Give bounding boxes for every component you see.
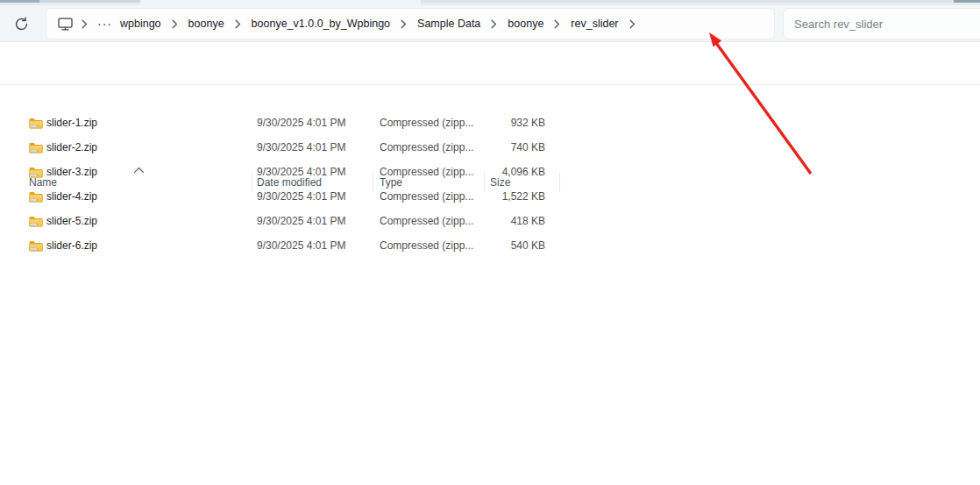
zip-folder-icon <box>29 184 43 209</box>
file-type: Compressed (zipp... <box>380 160 473 184</box>
search-input[interactable] <box>784 9 980 39</box>
refresh-button[interactable] <box>7 11 35 37</box>
file-name: slider-4.zip <box>46 184 97 209</box>
search-box[interactable] <box>783 8 980 39</box>
file-size: 740 KB <box>473 135 545 160</box>
chevron-right-icon[interactable] <box>235 19 241 29</box>
breadcrumb-item-rev-slider[interactable]: rev_slider <box>566 15 622 32</box>
zip-folder-icon <box>29 111 43 135</box>
file-row-slider-1[interactable]: slider-1.zip 9/30/2025 4:01 PM Compresse… <box>21 111 557 135</box>
file-size: 540 KB <box>473 233 545 258</box>
breadcrumb-overflow-button[interactable]: ··· <box>94 17 116 31</box>
chevron-right-icon[interactable] <box>629 19 636 29</box>
address-toolbar: ··· wpbingo boonye boonye_v1.0.0_by_Wpbi… <box>0 5 980 42</box>
file-date-modified: 9/30/2025 4:01 PM <box>257 160 345 184</box>
file-size: 1,522 KB <box>473 184 545 209</box>
file-date-modified: 9/30/2025 4:01 PM <box>257 111 345 135</box>
chevron-right-icon[interactable] <box>401 19 407 29</box>
chevron-right-icon[interactable] <box>491 19 497 29</box>
tab-strip-segment <box>421 0 954 3</box>
file-type: Compressed (zipp... <box>380 209 473 233</box>
zip-folder-icon <box>29 209 43 233</box>
breadcrumb-item-boonye[interactable]: boonye <box>184 15 229 32</box>
file-type: Compressed (zipp... <box>380 111 473 135</box>
breadcrumb-item-wpbingo[interactable]: wpbingo <box>116 15 166 32</box>
file-type: Compressed (zipp... <box>380 233 473 258</box>
file-name: slider-2.zip <box>46 135 97 160</box>
file-list-pane: Name Date modified Type Size slider-1.zi… <box>0 85 980 485</box>
file-date-modified: 9/30/2025 4:01 PM <box>257 209 345 233</box>
file-size: 418 KB <box>473 209 545 233</box>
file-name: slider-3.zip <box>46 160 97 184</box>
address-bar[interactable]: ··· wpbingo boonye boonye_v1.0.0_by_Wpbi… <box>46 8 775 39</box>
file-size: 4,096 KB <box>473 160 545 184</box>
file-row-slider-4[interactable]: slider-4.zip 9/30/2025 4:01 PM Compresse… <box>21 184 557 209</box>
column-divider[interactable] <box>559 173 560 192</box>
zip-folder-icon <box>29 135 43 160</box>
file-name: slider-1.zip <box>46 111 97 135</box>
file-type: Compressed (zipp... <box>380 135 473 160</box>
file-row-slider-2[interactable]: slider-2.zip 9/30/2025 4:01 PM Compresse… <box>21 135 557 160</box>
zip-folder-icon <box>29 233 43 258</box>
this-pc-icon[interactable] <box>57 17 74 32</box>
file-row-slider-6[interactable]: slider-6.zip 9/30/2025 4:01 PM Compresse… <box>21 233 557 258</box>
chevron-right-icon[interactable] <box>172 19 178 29</box>
file-row-slider-3[interactable]: slider-3.zip 9/30/2025 4:01 PM Compresse… <box>21 160 557 184</box>
breadcrumb-item-boonye-package[interactable]: boonye_v1.0.0_by_Wpbingo <box>247 15 394 32</box>
tab-strip-segment <box>954 0 980 3</box>
command-toolbar: Sort View ••• <box>0 42 980 85</box>
chevron-right-icon[interactable] <box>554 19 560 29</box>
file-name: slider-5.zip <box>46 209 97 233</box>
file-row-slider-5[interactable]: slider-5.zip 9/30/2025 4:01 PM Compresse… <box>21 209 557 233</box>
file-size: 932 KB <box>473 111 545 135</box>
tab-strip-segment <box>0 0 39 3</box>
chevron-right-icon[interactable] <box>82 19 88 29</box>
file-name: slider-6.zip <box>46 233 97 258</box>
file-date-modified: 9/30/2025 4:01 PM <box>257 233 345 258</box>
breadcrumb-item-sample-data[interactable]: Sample Data <box>413 15 485 32</box>
zip-folder-icon <box>29 160 43 184</box>
tab-strip-segment <box>39 0 140 3</box>
file-type: Compressed (zipp... <box>380 184 473 209</box>
refresh-icon <box>14 17 29 32</box>
file-date-modified: 9/30/2025 4:01 PM <box>257 184 345 209</box>
file-date-modified: 9/30/2025 4:01 PM <box>257 135 345 160</box>
breadcrumb-item-boonye-2[interactable]: boonye <box>503 15 548 32</box>
